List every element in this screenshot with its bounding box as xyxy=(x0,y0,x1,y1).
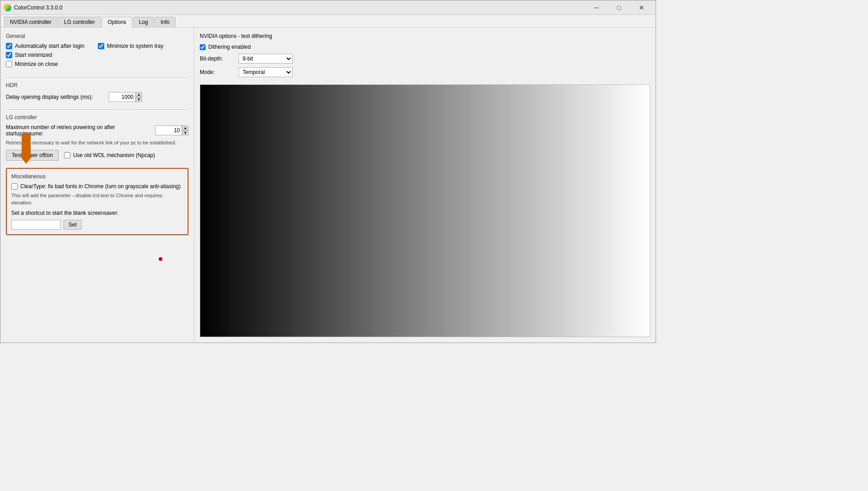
auto-start-row: Automatically start after login xyxy=(6,43,84,49)
general-label: General xyxy=(6,33,188,39)
minimize-to-tray-label[interactable]: Minimize to system tray xyxy=(107,43,163,49)
max-retries-input[interactable]: 10 xyxy=(155,125,182,135)
miscellaneous-label: Miscellaneous xyxy=(11,173,183,180)
start-minimized-checkbox[interactable] xyxy=(6,52,12,58)
arrow-head xyxy=(20,156,32,164)
retries-spin-up[interactable]: ▲ xyxy=(182,125,188,130)
dithering-enabled-checkbox[interactable] xyxy=(200,44,206,50)
tab-info[interactable]: Info xyxy=(155,17,175,27)
minimize-on-close-checkbox[interactable] xyxy=(6,61,12,67)
start-minimized-label[interactable]: Start minimized xyxy=(15,52,52,58)
left-panel: General Automatically start after login … xyxy=(0,28,194,343)
right-panel: NVIDIA options - test dithering Ditherin… xyxy=(194,28,656,343)
dithering-enabled-label[interactable]: Dithering enabled xyxy=(208,44,251,50)
cleartype-checkbox[interactable] xyxy=(11,183,18,190)
screensaver-label: Set a shortcut to start the blank screen… xyxy=(11,210,119,216)
use-old-wol-checkbox[interactable] xyxy=(64,152,70,158)
use-old-wol-row: Use old WOL mechanism (Npcap) xyxy=(64,152,155,158)
app-icon xyxy=(4,4,11,11)
content-area: General Automatically start after login … xyxy=(0,28,656,343)
window-title: ColorControl 3.3.0.0 xyxy=(14,5,586,11)
screensaver-label-text: Set a shortcut to start the blank screen… xyxy=(11,210,183,216)
retries-spin-down[interactable]: ▼ xyxy=(182,130,188,135)
tab-log[interactable]: Log xyxy=(133,17,154,27)
general-left-col: Automatically start after login Start mi… xyxy=(6,43,84,70)
max-retries-spinbox: 10 ▲ ▼ xyxy=(155,125,188,135)
auto-start-label[interactable]: Automatically start after login xyxy=(15,43,84,49)
screensaver-input[interactable] xyxy=(11,220,61,230)
delay-spin-buttons: ▲ ▼ xyxy=(136,92,142,102)
miscellaneous-section: Miscellaneous ClearType: fix bad fonts i… xyxy=(6,168,188,235)
set-shortcut-button[interactable]: Set xyxy=(64,220,82,230)
bit-depth-select[interactable]: 6-bit 8-bit 10-bit 12-bit xyxy=(239,54,293,64)
general-section: General Automatically start after login … xyxy=(6,33,188,70)
general-columns: Automatically start after login Start mi… xyxy=(6,43,188,70)
main-window: ColorControl 3.3.0.0 ─ □ ✕ NVIDIA contro… xyxy=(0,0,656,343)
nvidia-section-title: NVIDIA options - test dithering xyxy=(200,33,650,39)
minimize-to-tray-checkbox[interactable] xyxy=(98,43,104,49)
hdr-label: HDR xyxy=(6,82,188,88)
red-dot xyxy=(159,257,162,261)
delay-spin-down[interactable]: ▼ xyxy=(136,97,142,102)
arrow-shaft xyxy=(22,133,31,156)
mode-row: Mode: Spatial Temporal Temporal 2 Spatia… xyxy=(200,67,650,77)
bit-depth-label: Bit-depth: xyxy=(200,56,236,62)
delay-label: Delay opening display settings (ms): xyxy=(6,94,105,100)
minimize-button[interactable]: ─ xyxy=(586,0,607,15)
max-retries-row: Maximum number of retries powering on af… xyxy=(6,124,188,137)
title-bar: ColorControl 3.3.0.0 ─ □ ✕ xyxy=(0,0,656,15)
tab-options[interactable]: Options xyxy=(102,17,132,28)
retries-spin-buttons: ▲ ▼ xyxy=(182,125,188,135)
tab-nvidia[interactable]: NVIDIA controller xyxy=(4,17,57,27)
tab-bar: NVIDIA controller LG controller Options … xyxy=(0,15,656,28)
minimize-on-close-row: Minimize on close xyxy=(6,61,84,67)
delay-spinbox: 1000 ▲ ▼ xyxy=(109,92,142,102)
window-controls: ─ □ ✕ xyxy=(586,0,652,15)
mode-label: Mode: xyxy=(200,69,236,75)
bit-depth-row: Bit-depth: 6-bit 8-bit 10-bit 12-bit xyxy=(200,54,650,64)
minimize-to-tray-row: Minimize to system tray xyxy=(98,43,163,49)
minimize-on-close-label[interactable]: Minimize on close xyxy=(15,61,58,67)
use-old-wol-label[interactable]: Use old WOL mechanism (Npcap) xyxy=(73,152,155,158)
hdr-section: HDR Delay opening display settings (ms):… xyxy=(6,77,188,102)
maximize-button[interactable]: □ xyxy=(609,0,629,15)
delay-row: Delay opening display settings (ms): 100… xyxy=(6,92,188,102)
auto-start-checkbox[interactable] xyxy=(6,43,12,49)
start-minimized-row: Start minimized xyxy=(6,52,84,58)
cleartype-info: This will add the parameter --disable-lc… xyxy=(11,192,183,206)
dithering-enabled-row: Dithering enabled xyxy=(200,44,650,50)
test-power-row: Test power off/on Use old WOL mechanism … xyxy=(6,150,188,161)
close-button[interactable]: ✕ xyxy=(631,0,652,15)
dither-preview xyxy=(200,84,650,337)
tab-lg[interactable]: LG controller xyxy=(58,17,101,27)
cleartype-row: ClearType: fix bad fonts in Chrome (turn… xyxy=(11,183,183,190)
cleartype-label[interactable]: ClearType: fix bad fonts in Chrome (turn… xyxy=(20,183,181,190)
delay-spin-up[interactable]: ▲ xyxy=(136,92,142,97)
arrow-indicator xyxy=(20,133,32,164)
general-right-col: Minimize to system tray xyxy=(98,43,163,70)
retries-info: Retries are necessary to wait for the ne… xyxy=(6,139,188,146)
screensaver-row: Set xyxy=(11,220,183,230)
mode-select[interactable]: Spatial Temporal Temporal 2 Spatial/Temp… xyxy=(239,67,293,77)
lg-controller-label: LG controller xyxy=(6,114,188,120)
lg-controller-section: LG controller Maximum number of retries … xyxy=(6,109,188,161)
delay-input[interactable]: 1000 xyxy=(109,92,136,102)
